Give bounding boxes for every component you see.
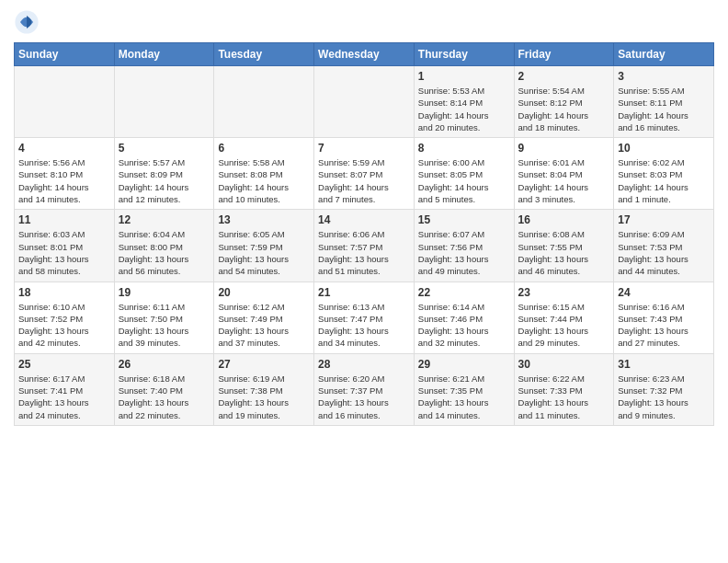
day-cell: 7Sunrise: 5:59 AM Sunset: 8:07 PM Daylig…: [314, 138, 415, 210]
day-info: Sunrise: 6:01 AM Sunset: 8:04 PM Dayligh…: [518, 156, 610, 205]
day-cell: 5Sunrise: 5:57 AM Sunset: 8:09 PM Daylig…: [114, 138, 214, 210]
day-cell: 19Sunrise: 6:11 AM Sunset: 7:50 PM Dayli…: [114, 282, 214, 353]
day-cell: 18Sunrise: 6:10 AM Sunset: 7:52 PM Dayli…: [15, 282, 115, 353]
calendar-header: SundayMondayTuesdayWednesdayThursdayFrid…: [15, 43, 714, 66]
day-cell: 9Sunrise: 6:01 AM Sunset: 8:04 PM Daylig…: [514, 138, 614, 210]
week-row-5: 25Sunrise: 6:17 AM Sunset: 7:41 PM Dayli…: [15, 353, 714, 425]
week-row-3: 11Sunrise: 6:03 AM Sunset: 8:01 PM Dayli…: [15, 210, 714, 282]
day-number: 26: [119, 358, 210, 371]
day-info: Sunrise: 6:13 AM Sunset: 7:47 PM Dayligh…: [318, 301, 410, 350]
day-info: Sunrise: 6:03 AM Sunset: 8:01 PM Dayligh…: [18, 228, 110, 277]
day-number: 18: [18, 286, 110, 299]
day-info: Sunrise: 6:05 AM Sunset: 7:59 PM Dayligh…: [218, 228, 310, 277]
calendar-body: 1Sunrise: 5:53 AM Sunset: 8:14 PM Daylig…: [15, 66, 714, 426]
week-row-1: 1Sunrise: 5:53 AM Sunset: 8:14 PM Daylig…: [15, 66, 714, 138]
page-container: SundayMondayTuesdayWednesdayThursdayFrid…: [0, 0, 728, 431]
day-number: 20: [218, 286, 310, 299]
day-info: Sunrise: 5:57 AM Sunset: 8:09 PM Dayligh…: [119, 156, 210, 205]
day-number: 24: [618, 286, 710, 299]
day-info: Sunrise: 6:09 AM Sunset: 7:53 PM Dayligh…: [618, 228, 710, 277]
day-info: Sunrise: 6:17 AM Sunset: 7:41 PM Dayligh…: [18, 373, 110, 421]
day-cell: [15, 66, 115, 138]
day-cell: 1Sunrise: 5:53 AM Sunset: 8:14 PM Daylig…: [414, 66, 514, 138]
day-cell: 4Sunrise: 5:56 AM Sunset: 8:10 PM Daylig…: [15, 138, 115, 210]
day-cell: 27Sunrise: 6:19 AM Sunset: 7:38 PM Dayli…: [214, 353, 314, 425]
week-row-2: 4Sunrise: 5:56 AM Sunset: 8:10 PM Daylig…: [15, 138, 714, 210]
day-number: 3: [618, 70, 710, 83]
day-number: 8: [418, 142, 510, 155]
header-cell-friday: Friday: [514, 43, 614, 66]
day-number: 17: [618, 213, 710, 226]
day-info: Sunrise: 6:02 AM Sunset: 8:03 PM Dayligh…: [618, 156, 710, 205]
day-number: 16: [518, 213, 610, 226]
day-cell: 20Sunrise: 6:12 AM Sunset: 7:49 PM Dayli…: [214, 282, 314, 353]
day-info: Sunrise: 5:58 AM Sunset: 8:08 PM Dayligh…: [218, 156, 310, 205]
day-info: Sunrise: 6:08 AM Sunset: 7:55 PM Dayligh…: [518, 228, 610, 277]
header-cell-saturday: Saturday: [614, 43, 714, 66]
header: [14, 9, 714, 35]
day-number: 30: [518, 358, 610, 371]
day-number: 28: [318, 358, 410, 371]
day-cell: 2Sunrise: 5:54 AM Sunset: 8:12 PM Daylig…: [514, 66, 614, 138]
day-info: Sunrise: 6:10 AM Sunset: 7:52 PM Dayligh…: [18, 301, 110, 350]
day-cell: 6Sunrise: 5:58 AM Sunset: 8:08 PM Daylig…: [214, 138, 314, 210]
day-number: 10: [618, 142, 710, 155]
day-number: 14: [318, 213, 410, 226]
day-number: 19: [119, 286, 210, 299]
day-cell: 30Sunrise: 6:22 AM Sunset: 7:33 PM Dayli…: [514, 353, 614, 425]
header-cell-tuesday: Tuesday: [214, 43, 314, 66]
day-cell: 24Sunrise: 6:16 AM Sunset: 7:43 PM Dayli…: [614, 282, 714, 353]
day-info: Sunrise: 6:04 AM Sunset: 8:00 PM Dayligh…: [119, 228, 210, 277]
calendar-table: SundayMondayTuesdayWednesdayThursdayFrid…: [14, 42, 714, 426]
day-cell: 13Sunrise: 6:05 AM Sunset: 7:59 PM Dayli…: [214, 210, 314, 282]
day-number: 29: [418, 358, 510, 371]
day-info: Sunrise: 5:59 AM Sunset: 8:07 PM Dayligh…: [318, 156, 410, 205]
day-cell: [214, 66, 314, 138]
day-number: 22: [418, 286, 510, 299]
day-info: Sunrise: 6:11 AM Sunset: 7:50 PM Dayligh…: [119, 301, 210, 350]
day-info: Sunrise: 6:23 AM Sunset: 7:32 PM Dayligh…: [618, 373, 710, 421]
day-number: 21: [318, 286, 410, 299]
day-number: 12: [119, 213, 210, 226]
header-cell-wednesday: Wednesday: [314, 43, 415, 66]
day-number: 11: [18, 213, 110, 226]
day-info: Sunrise: 6:20 AM Sunset: 7:37 PM Dayligh…: [318, 373, 410, 421]
header-cell-monday: Monday: [114, 43, 214, 66]
day-cell: 26Sunrise: 6:18 AM Sunset: 7:40 PM Dayli…: [114, 353, 214, 425]
day-cell: 29Sunrise: 6:21 AM Sunset: 7:35 PM Dayli…: [414, 353, 514, 425]
day-info: Sunrise: 6:19 AM Sunset: 7:38 PM Dayligh…: [218, 373, 310, 421]
day-number: 31: [618, 358, 710, 371]
day-cell: 8Sunrise: 6:00 AM Sunset: 8:05 PM Daylig…: [414, 138, 514, 210]
day-cell: 14Sunrise: 6:06 AM Sunset: 7:57 PM Dayli…: [314, 210, 415, 282]
day-cell: 11Sunrise: 6:03 AM Sunset: 8:01 PM Dayli…: [15, 210, 115, 282]
day-number: 25: [18, 358, 110, 371]
day-cell: 31Sunrise: 6:23 AM Sunset: 7:32 PM Dayli…: [614, 353, 714, 425]
day-number: 4: [18, 142, 110, 155]
day-info: Sunrise: 5:53 AM Sunset: 8:14 PM Dayligh…: [418, 85, 510, 133]
day-number: 23: [518, 286, 610, 299]
day-cell: 25Sunrise: 6:17 AM Sunset: 7:41 PM Dayli…: [15, 353, 115, 425]
day-number: 2: [518, 70, 610, 83]
day-number: 13: [218, 213, 310, 226]
day-info: Sunrise: 6:21 AM Sunset: 7:35 PM Dayligh…: [418, 373, 510, 421]
day-number: 6: [218, 142, 310, 155]
day-info: Sunrise: 6:15 AM Sunset: 7:44 PM Dayligh…: [518, 301, 610, 350]
day-cell: [314, 66, 415, 138]
day-number: 15: [418, 213, 510, 226]
day-cell: 28Sunrise: 6:20 AM Sunset: 7:37 PM Dayli…: [314, 353, 415, 425]
header-row: SundayMondayTuesdayWednesdayThursdayFrid…: [15, 43, 714, 66]
day-cell: 16Sunrise: 6:08 AM Sunset: 7:55 PM Dayli…: [514, 210, 614, 282]
logo-icon: [14, 9, 40, 35]
day-cell: 23Sunrise: 6:15 AM Sunset: 7:44 PM Dayli…: [514, 282, 614, 353]
day-info: Sunrise: 6:00 AM Sunset: 8:05 PM Dayligh…: [418, 156, 510, 205]
day-cell: 3Sunrise: 5:55 AM Sunset: 8:11 PM Daylig…: [614, 66, 714, 138]
day-number: 27: [218, 358, 310, 371]
day-cell: 21Sunrise: 6:13 AM Sunset: 7:47 PM Dayli…: [314, 282, 415, 353]
week-row-4: 18Sunrise: 6:10 AM Sunset: 7:52 PM Dayli…: [15, 282, 714, 353]
day-number: 9: [518, 142, 610, 155]
day-number: 5: [119, 142, 210, 155]
day-number: 1: [418, 70, 510, 83]
header-cell-sunday: Sunday: [15, 43, 115, 66]
logo: [14, 9, 43, 35]
header-cell-thursday: Thursday: [414, 43, 514, 66]
